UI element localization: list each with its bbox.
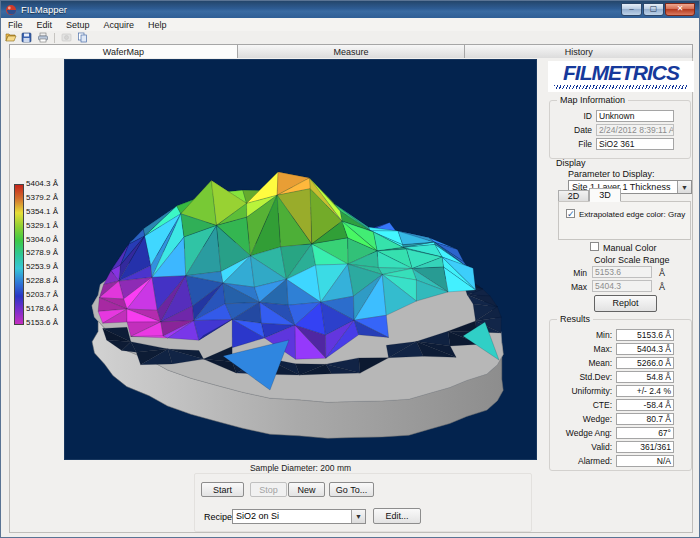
result-label: Wedge Ang: bbox=[550, 428, 612, 438]
recipe-label: Recipe: bbox=[204, 512, 235, 522]
results-title: Results bbox=[557, 314, 593, 324]
color-scale-bar bbox=[14, 184, 24, 325]
view-tab-3d[interactable]: 3D bbox=[589, 188, 621, 202]
result-value: -58.4 Å bbox=[616, 399, 674, 411]
save-icon[interactable] bbox=[20, 32, 33, 44]
tab-wafermap[interactable]: WaferMap bbox=[9, 44, 238, 59]
mapinfo-field-date: 2/24/2012 8:39:11 AM bbox=[596, 124, 674, 136]
wafer-3d-plot[interactable] bbox=[64, 59, 537, 460]
goto-button[interactable]: Go To... bbox=[329, 482, 374, 497]
legend-tick-label: 5153.6 Å bbox=[26, 318, 58, 327]
result-value: N/A bbox=[616, 455, 674, 467]
manual-color-label: Manual Color bbox=[603, 243, 657, 253]
toolbar-separator bbox=[54, 33, 55, 43]
result-value: 80.7 Å bbox=[616, 413, 674, 425]
color-scale-range-title: Color Scale Range bbox=[594, 255, 670, 265]
app-icon bbox=[5, 4, 17, 16]
sample-diameter-label: Sample Diameter: 200 mm bbox=[64, 463, 537, 473]
mapinfo-field-file[interactable]: SiO2 361 bbox=[596, 138, 674, 150]
result-label: Std.Dev: bbox=[550, 372, 612, 382]
results-group: Results Min:5153.6 ÅMax:5404.3 ÅMean:526… bbox=[549, 319, 692, 471]
legend-tick-label: 5178.6 Å bbox=[26, 304, 58, 313]
main-tabstrip: WaferMapMeasureHistory bbox=[9, 44, 693, 59]
legend-tick-label: 5379.2 Å bbox=[26, 193, 58, 202]
menu-setup[interactable]: Setup bbox=[59, 19, 97, 31]
result-label: Wedge: bbox=[550, 414, 612, 424]
maximize-button[interactable]: ▢ bbox=[643, 3, 664, 16]
result-value: 361/361 bbox=[616, 441, 674, 453]
legend-tick-label: 5404.3 Å bbox=[26, 179, 58, 188]
parameter-label: Parameter to Display: bbox=[568, 169, 655, 179]
menu-bar: FileEditSetupAcquireHelp bbox=[1, 18, 699, 31]
recipe-combobox[interactable]: SiO2 on Si ▼ bbox=[232, 509, 366, 524]
color-scale-labels: 5404.3 Å5379.2 Å5354.1 Å5329.1 Å5304.0 Å… bbox=[26, 179, 58, 327]
min-field: 5153.6 bbox=[592, 266, 652, 278]
wafermap-tab-page: 5404.3 Å5379.2 Å5354.1 Å5329.1 Å5304.0 Å… bbox=[9, 58, 693, 533]
display-section-title: Display bbox=[556, 158, 586, 168]
print-icon[interactable] bbox=[36, 32, 49, 44]
legend-tick-label: 5354.1 Å bbox=[26, 207, 58, 216]
result-value: +/- 2.4 % bbox=[616, 385, 674, 397]
menu-help[interactable]: Help bbox=[141, 19, 174, 31]
start-button[interactable]: Start bbox=[201, 482, 244, 497]
logo-hatch bbox=[554, 85, 688, 89]
result-label: Mean: bbox=[550, 358, 612, 368]
result-label: CTE: bbox=[550, 400, 612, 410]
close-button[interactable]: ✕ bbox=[665, 3, 695, 16]
result-value: 5153.6 Å bbox=[616, 329, 674, 341]
title-bar: FILMapper – ▢ ✕ bbox=[1, 1, 699, 18]
tab-history[interactable]: History bbox=[465, 44, 693, 59]
extrapolated-edge-label: Extrapolated edge color: Gray bbox=[579, 210, 685, 219]
extrapolated-edge-checkbox[interactable]: ✓ bbox=[566, 209, 575, 218]
result-value: 67° bbox=[616, 427, 674, 439]
result-value: 5266.0 Å bbox=[616, 357, 674, 369]
min-label: Min bbox=[558, 268, 587, 278]
mapinfo-label-id: ID bbox=[552, 111, 592, 121]
map-information-group: Map Information IDUnknownDate2/24/2012 8… bbox=[549, 100, 691, 159]
legend-tick-label: 5278.9 Å bbox=[26, 248, 58, 257]
legend-tick-label: 5329.1 Å bbox=[26, 221, 58, 230]
view-3d-panel: ✓ Extrapolated edge color: Gray bbox=[558, 201, 691, 240]
manual-color-checkbox[interactable] bbox=[590, 242, 599, 251]
stop-button: Stop bbox=[250, 482, 287, 497]
legend-tick-label: 5304.0 Å bbox=[26, 235, 58, 244]
tab-measure[interactable]: Measure bbox=[238, 44, 466, 59]
open-icon[interactable] bbox=[4, 32, 17, 44]
filmetrics-logo: FILMETRICS bbox=[548, 61, 694, 92]
mapinfo-label-date: Date bbox=[552, 125, 592, 135]
max-unit: Å bbox=[659, 282, 665, 292]
replot-button[interactable]: Replot bbox=[594, 295, 657, 312]
app-window: FILMapper – ▢ ✕ FileEditSetupAcquireHelp… bbox=[0, 0, 700, 538]
menu-file[interactable]: File bbox=[1, 19, 30, 31]
result-label: Uniformity: bbox=[550, 386, 612, 396]
menu-acquire[interactable]: Acquire bbox=[97, 19, 142, 31]
copy-icon[interactable] bbox=[76, 32, 89, 44]
result-value: 54.8 Å bbox=[616, 371, 674, 383]
max-label: Max bbox=[558, 282, 587, 292]
new-button[interactable]: New bbox=[288, 482, 325, 497]
recipe-value: SiO2 on Si bbox=[236, 511, 279, 521]
snapshot-icon bbox=[60, 32, 73, 44]
edit-recipe-button[interactable]: Edit... bbox=[373, 508, 421, 524]
menu-edit[interactable]: Edit bbox=[30, 19, 60, 31]
result-label: Alarmed: bbox=[550, 456, 612, 466]
acquisition-panel: Start Stop New Go To... Recipe: SiO2 on … bbox=[194, 473, 532, 532]
result-value: 5404.3 Å bbox=[616, 343, 674, 355]
right-panel: FILMETRICS Map Information IDUnknownDate… bbox=[542, 58, 694, 532]
toolbar bbox=[1, 31, 699, 44]
result-label: Min: bbox=[550, 330, 612, 340]
legend-tick-label: 5203.7 Å bbox=[26, 290, 58, 299]
window-title: FILMapper bbox=[21, 4, 67, 15]
result-label: Valid: bbox=[550, 442, 612, 452]
legend-tick-label: 5253.9 Å bbox=[26, 262, 58, 271]
mapinfo-field-id[interactable]: Unknown bbox=[596, 110, 674, 122]
minimize-button[interactable]: – bbox=[621, 3, 642, 16]
min-unit: Å bbox=[659, 268, 665, 278]
max-field: 5404.3 bbox=[592, 280, 652, 292]
legend-tick-label: 5228.8 Å bbox=[26, 276, 58, 285]
result-label: Max: bbox=[550, 344, 612, 354]
map-information-title: Map Information bbox=[557, 95, 628, 105]
mapinfo-label-file: File bbox=[552, 139, 592, 149]
chevron-down-icon[interactable]: ▼ bbox=[351, 510, 365, 523]
chevron-down-icon[interactable]: ▼ bbox=[677, 181, 691, 193]
